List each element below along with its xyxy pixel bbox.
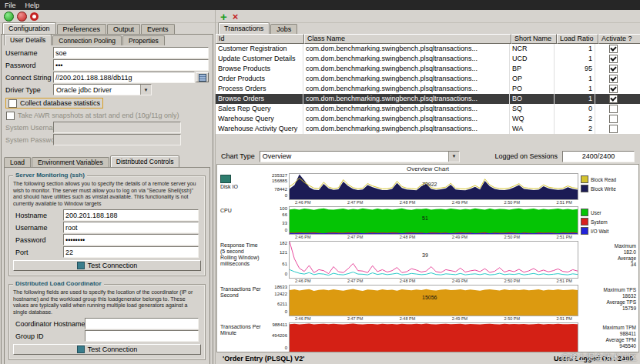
table-row[interactable]: Order Productscom.dom.benchmarking.swing… <box>216 74 640 84</box>
cell-ratio: 1 <box>555 54 595 64</box>
activate-checkbox[interactable] <box>609 125 618 133</box>
cell-short: BO <box>510 94 555 104</box>
coordinator-test-connection-button[interactable]: Test Connection <box>13 344 201 355</box>
activate-checkbox[interactable] <box>609 55 618 63</box>
coordinator-hostname-input[interactable] <box>85 318 199 329</box>
activate-checkbox[interactable] <box>609 95 618 103</box>
chevron-down-icon[interactable]: ▼ <box>448 152 459 162</box>
chart-row-1: CPU10066330512:46 PM2:47 PM2:48 PM2:49 P… <box>217 206 638 241</box>
table-row[interactable]: Warehouse Querycom.dom.benchmarking.swin… <box>216 114 640 124</box>
password-input[interactable] <box>53 59 209 71</box>
chart-type-value: Overview <box>260 152 448 160</box>
delete-transaction-icon[interactable]: × <box>231 12 240 21</box>
column-header-1[interactable]: Class Name <box>304 34 511 44</box>
transactions-table-body: Customer Registrationcom.dom.benchmarkin… <box>216 44 640 134</box>
cell-cls: com.dom.benchmarking.swingbench.plsqltra… <box>303 124 510 134</box>
activate-checkbox[interactable] <box>609 75 618 83</box>
group-id-input[interactable] <box>85 330 199 342</box>
cell-short: WA <box>510 124 555 134</box>
port-input[interactable] <box>63 246 199 258</box>
column-header-4[interactable]: Activate ? <box>598 34 640 44</box>
activate-checkbox[interactable] <box>609 65 618 73</box>
activate-checkbox[interactable] <box>609 105 618 113</box>
chart-plot: 39 <box>289 241 578 279</box>
table-row[interactable]: Warehouse Activity Querycom.dom.benchmar… <box>216 124 640 134</box>
cell-id: Browse Products <box>216 64 303 74</box>
chart-type-combo[interactable]: Overview ▼ <box>260 151 460 162</box>
tab-load[interactable]: Load <box>4 157 31 167</box>
tab-preferences[interactable]: Preferences <box>57 24 107 34</box>
tab-jobs[interactable]: Jobs <box>270 24 297 34</box>
table-row[interactable]: Process Orderscom.dom.benchmarking.swing… <box>216 84 640 94</box>
column-header-0[interactable]: Id <box>216 34 304 44</box>
tab-transactions[interactable]: Transactions <box>218 22 270 34</box>
ssh-username-label: Username <box>15 224 63 232</box>
cell-id: Warehouse Query <box>216 114 303 124</box>
cell-ratio: 2 <box>555 114 595 124</box>
cell-activate <box>595 64 632 74</box>
username-label: Username <box>5 49 53 57</box>
tab-user-details[interactable]: User Details <box>4 34 52 45</box>
left-panel: Configuration Preferences Output Events … <box>0 10 215 364</box>
awr-row: Take AWR snapshots at start and end (10g… <box>6 111 208 120</box>
group-id-label: Group ID <box>15 332 85 340</box>
cell-short: NCR <box>510 44 555 54</box>
driver-type-value: Oracle jdbc Driver <box>54 86 140 94</box>
tab-properties[interactable]: Properties <box>122 35 165 45</box>
ssh-password-input[interactable] <box>63 234 199 245</box>
cell-cls: com.dom.benchmarking.swingbench.plsqltra… <box>303 64 510 74</box>
chart-bar: Chart Type Overview ▼ Logged on Sessions… <box>216 150 640 162</box>
table-row[interactable]: Sales Rep Querycom.dom.benchmarking.swin… <box>216 104 640 114</box>
connect-string-input[interactable] <box>53 72 195 83</box>
main-tabs: Configuration Preferences Output Events <box>0 23 215 34</box>
cell-ratio: 95 <box>555 64 595 74</box>
server-monitoring-title: Server Monitoring (ssh) <box>13 172 87 179</box>
chart-row-2: Response Time (5 second Rolling Window) … <box>217 241 638 285</box>
cell-cls: com.dom.benchmarking.swingbench.plsqltra… <box>303 54 510 64</box>
halt-icon[interactable] <box>30 12 39 21</box>
chart-row-3: Transactions Per Second18633124226211015… <box>217 285 638 322</box>
tab-configuration[interactable]: Configuration <box>2 22 56 34</box>
ssh-username-input[interactable] <box>63 222 199 233</box>
chart-y-axis: 10066330 <box>263 206 289 233</box>
test-connection-label: Test Connection <box>88 262 138 269</box>
chart-plot: 51 <box>289 206 578 235</box>
start-benchmark-icon[interactable] <box>4 12 14 22</box>
transactions-table: IdClass NameShort NameLoad RatioActivate… <box>216 34 640 134</box>
menu-help[interactable]: Help <box>25 2 40 9</box>
hostname-input[interactable] <box>63 209 199 221</box>
add-transaction-icon[interactable]: + <box>219 12 228 21</box>
collect-stats-checkbox[interactable] <box>8 99 17 108</box>
table-row[interactable]: Browse Productscom.dom.benchmarking.swin… <box>216 64 640 74</box>
tab-events[interactable]: Events <box>141 24 175 34</box>
activate-checkbox[interactable] <box>609 85 618 93</box>
chart-legend: Maximum182.0Average34 <box>578 241 638 285</box>
tab-distributed-controls[interactable]: Distributed Controls <box>110 155 180 167</box>
menu-file[interactable]: File <box>5 2 16 9</box>
tab-environment-variables[interactable]: Environment Variables <box>32 157 109 167</box>
column-header-3[interactable]: Load Ratio <box>557 34 598 44</box>
cell-cls: com.dom.benchmarking.swingbench.plsqltra… <box>303 74 510 84</box>
test-connection-button[interactable]: Test Connection <box>13 260 201 271</box>
username-input[interactable] <box>53 47 209 58</box>
cell-cls: com.dom.benchmarking.swingbench.plsqltra… <box>303 84 510 94</box>
configuration-pane: User Details Connection Pooling Properti… <box>1 34 213 364</box>
transactions-tabs: Transactions Jobs <box>216 23 640 34</box>
column-header-2[interactable]: Short Name <box>511 34 557 44</box>
cell-activate <box>595 84 632 94</box>
table-row[interactable]: Browse Orderscom.dom.benchmarking.swingb… <box>216 94 640 104</box>
activate-checkbox[interactable] <box>609 115 618 123</box>
tab-connection-pooling[interactable]: Connection Pooling <box>52 35 122 45</box>
table-row[interactable]: Customer Registrationcom.dom.benchmarkin… <box>216 44 640 54</box>
stop-benchmark-icon[interactable] <box>17 12 27 22</box>
tab-output[interactable]: Output <box>107 24 140 34</box>
chart-row-0: Disk IO235327156885784420709222:46 PM2:4… <box>217 173 638 206</box>
table-row[interactable]: Update Customer Detailscom.dom.benchmark… <box>216 54 640 64</box>
chart-accent-swatch <box>220 175 231 183</box>
activate-checkbox[interactable] <box>609 45 618 53</box>
chart-x-axis: 2:46 PM2:47 PM2:48 PM2:49 PM2:50 PM2:51 … <box>289 279 578 285</box>
chart-y-axis: 235327156885784420 <box>263 173 289 199</box>
driver-type-combo[interactable]: Oracle jdbc Driver ▼ <box>53 84 152 95</box>
chevron-down-icon[interactable]: ▼ <box>140 85 151 95</box>
connect-string-browse-button[interactable] <box>196 72 209 82</box>
